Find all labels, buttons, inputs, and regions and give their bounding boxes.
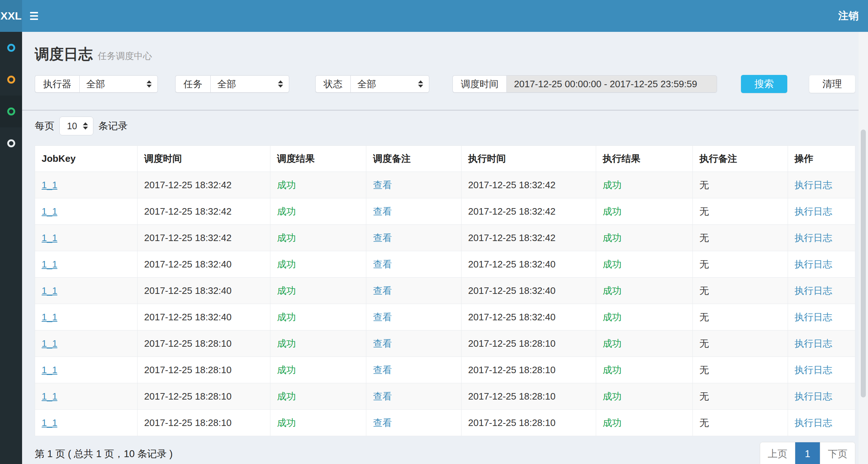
- exec-log-link[interactable]: 执行日志: [788, 225, 855, 251]
- jobkey-link[interactable]: 1_1: [35, 172, 138, 198]
- select-arrows-icon: [278, 80, 283, 88]
- view-link[interactable]: 查看: [366, 383, 462, 410]
- trigger-result: 成功: [270, 251, 366, 278]
- jobkey-link[interactable]: 1_1: [35, 304, 138, 330]
- sidebar-item-3[interactable]: [0, 96, 22, 127]
- table-row: 1_12017-12-25 18:32:42成功查看2017-12-25 18:…: [35, 172, 855, 198]
- executor-select[interactable]: 全部: [79, 75, 158, 93]
- column-header: JobKey: [35, 146, 138, 172]
- next-page-button[interactable]: 下页: [820, 442, 855, 464]
- exec-log-link[interactable]: 执行日志: [788, 357, 855, 383]
- view-link[interactable]: 查看: [366, 225, 462, 251]
- exec-log-link[interactable]: 执行日志: [788, 410, 855, 436]
- trigger-time-cell: 2017-12-25 18:32:40: [138, 251, 270, 278]
- log-table-wrap: JobKey调度时间调度结果调度备注执行时间执行结果执行备注操作 1_12017…: [35, 145, 855, 436]
- jobkey-link[interactable]: 1_1: [35, 357, 138, 383]
- content-header: 调度日志任务调度中心: [22, 32, 868, 64]
- page-summary: 第 1 页 ( 总共 1 页，10 条记录 ): [35, 447, 173, 460]
- handle-result: 成功: [596, 304, 692, 330]
- search-button[interactable]: 搜索: [741, 75, 787, 93]
- handle-msg-cell: 无: [693, 251, 788, 278]
- jobkey-link[interactable]: 1_1: [35, 251, 138, 278]
- sidebar-item-2[interactable]: [0, 64, 22, 96]
- sidebar-item-1[interactable]: [0, 32, 22, 64]
- handle-time-cell: 2017-12-25 18:28:10: [462, 410, 596, 436]
- time-range-input[interactable]: 2017-12-25 00:00:00 - 2017-12-25 23:59:5…: [506, 75, 717, 93]
- handle-time-cell: 2017-12-25 18:32:42: [462, 225, 596, 251]
- view-link[interactable]: 查看: [366, 330, 462, 357]
- executor-filter-label: 执行器: [35, 75, 79, 93]
- handle-result: 成功: [596, 251, 692, 278]
- view-link[interactable]: 查看: [366, 410, 462, 436]
- page-number-button[interactable]: 1: [795, 442, 820, 464]
- time-filter-label: 调度时间: [452, 75, 506, 93]
- exec-log-link[interactable]: 执行日志: [788, 304, 855, 330]
- handle-time-cell: 2017-12-25 18:28:10: [462, 330, 596, 357]
- status-select[interactable]: 全部: [350, 75, 429, 93]
- jobkey-link[interactable]: 1_1: [35, 278, 138, 304]
- table-row: 1_12017-12-25 18:32:42成功查看2017-12-25 18:…: [35, 198, 855, 225]
- trigger-time-cell: 2017-12-25 18:32:42: [138, 172, 270, 198]
- jobkey-link[interactable]: 1_1: [35, 225, 138, 251]
- view-link[interactable]: 查看: [366, 278, 462, 304]
- handle-result: 成功: [596, 278, 692, 304]
- handle-result: 成功: [596, 357, 692, 383]
- scrollbar-thumb[interactable]: [861, 130, 866, 397]
- trigger-result: 成功: [270, 225, 366, 251]
- circle-o-icon: [7, 107, 15, 115]
- trigger-result: 成功: [270, 198, 366, 225]
- handle-msg-cell: 无: [693, 330, 788, 357]
- trigger-result: 成功: [270, 410, 366, 436]
- view-link[interactable]: 查看: [366, 251, 462, 278]
- exec-log-link[interactable]: 执行日志: [788, 251, 855, 278]
- jobkey-link[interactable]: 1_1: [35, 410, 138, 436]
- table-row: 1_12017-12-25 18:28:10成功查看2017-12-25 18:…: [35, 330, 855, 357]
- handle-time-cell: 2017-12-25 18:32:40: [462, 304, 596, 330]
- jobkey-link[interactable]: 1_1: [35, 198, 138, 225]
- circle-o-icon: [7, 139, 15, 147]
- column-header: 执行备注: [693, 146, 788, 172]
- status-filter-group: 状态 全部: [315, 75, 429, 93]
- app-logo[interactable]: XXL: [0, 0, 22, 32]
- handle-result: 成功: [596, 198, 692, 225]
- table-row: 1_12017-12-25 18:28:10成功查看2017-12-25 18:…: [35, 410, 855, 436]
- status-filter-label: 状态: [315, 75, 350, 93]
- view-link[interactable]: 查看: [366, 357, 462, 383]
- view-link[interactable]: 查看: [366, 198, 462, 225]
- top-navbar: XXL 注销: [0, 0, 868, 32]
- column-header: 执行结果: [596, 146, 692, 172]
- view-link[interactable]: 查看: [366, 172, 462, 198]
- handle-msg-cell: 无: [693, 357, 788, 383]
- exec-log-link[interactable]: 执行日志: [788, 198, 855, 225]
- prev-page-button[interactable]: 上页: [760, 442, 795, 464]
- jobkey-link[interactable]: 1_1: [35, 383, 138, 410]
- column-header: 调度结果: [270, 146, 366, 172]
- table-row: 1_12017-12-25 18:32:40成功查看2017-12-25 18:…: [35, 304, 855, 330]
- exec-log-link[interactable]: 执行日志: [788, 383, 855, 410]
- job-select[interactable]: 全部: [210, 75, 289, 93]
- trigger-result: 成功: [270, 304, 366, 330]
- exec-log-link[interactable]: 执行日志: [788, 278, 855, 304]
- table-header-row: JobKey调度时间调度结果调度备注执行时间执行结果执行备注操作: [35, 146, 855, 172]
- logout-link[interactable]: 注销: [838, 9, 859, 23]
- handle-result: 成功: [596, 383, 692, 410]
- section-divider: [22, 110, 868, 111]
- exec-log-link[interactable]: 执行日志: [788, 172, 855, 198]
- sidebar-item-4[interactable]: [0, 127, 22, 159]
- select-arrows-icon: [147, 80, 152, 88]
- sidebar: [0, 32, 22, 464]
- handle-msg-cell: 无: [693, 172, 788, 198]
- exec-log-link[interactable]: 执行日志: [788, 330, 855, 357]
- trigger-time-cell: 2017-12-25 18:28:10: [138, 410, 270, 436]
- trigger-result: 成功: [270, 383, 366, 410]
- page-size-select[interactable]: 10: [59, 117, 93, 135]
- page-title: 调度日志: [35, 46, 93, 62]
- clear-button[interactable]: 清理: [809, 75, 855, 93]
- handle-msg-cell: 无: [693, 410, 788, 436]
- page-size-prefix: 每页: [35, 119, 54, 132]
- vertical-scrollbar[interactable]: [859, 32, 868, 464]
- jobkey-link[interactable]: 1_1: [35, 330, 138, 357]
- trigger-time-cell: 2017-12-25 18:28:10: [138, 357, 270, 383]
- sidebar-toggle-icon[interactable]: [30, 12, 38, 20]
- view-link[interactable]: 查看: [366, 304, 462, 330]
